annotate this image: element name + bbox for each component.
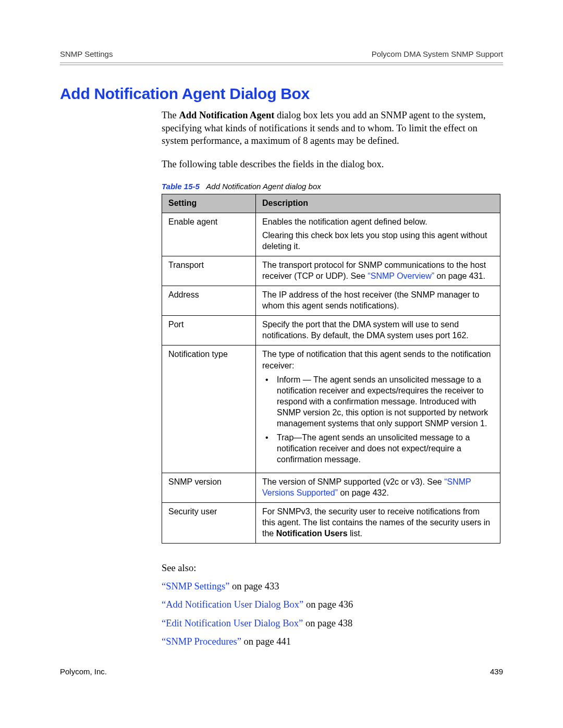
desc-line: Enables the notification agent defined b…	[262, 216, 494, 227]
cell-setting: Notification type	[162, 346, 256, 473]
cell-setting: Transport	[162, 256, 256, 286]
cell-description: Specify the port that the DMA system wil…	[256, 316, 500, 346]
th-setting: Setting	[162, 194, 256, 213]
cell-description: The version of SNMP supported (v2c or v3…	[256, 473, 500, 502]
see-also-rest: on page 436	[303, 599, 353, 610]
section-title: Add Notification Agent Dialog Box	[60, 85, 503, 103]
running-header: SNMP Settings Polycom DMA System SNMP Su…	[60, 50, 503, 58]
see-also-rest: on page 438	[303, 618, 352, 628]
cell-setting: Port	[162, 316, 256, 346]
see-also-label: See also:	[162, 559, 503, 577]
settings-table: Setting Description Enable agent Enables…	[162, 194, 500, 544]
cell-description: For SNMPv3, the security user to receive…	[256, 502, 500, 543]
table-row: Address The IP address of the host recei…	[162, 286, 500, 316]
header-right: Polycom DMA System SNMP Support	[372, 50, 503, 58]
list-item: Trap—The agent sends an unsolicited mess…	[262, 432, 494, 465]
intro-paragraph-1: The Add Notification Agent dialog box le…	[162, 109, 503, 147]
see-also-item: “SNMP Settings” on page 433	[162, 577, 503, 596]
cell-setting: Address	[162, 286, 256, 316]
cell-setting: Security user	[162, 502, 256, 543]
see-also-item: “Add Notification User Dialog Box” on pa…	[162, 596, 503, 614]
footer-left: Polycom, Inc.	[60, 667, 107, 676]
intro-p1a: The	[162, 110, 179, 120]
page-footer: Polycom, Inc. 439	[60, 667, 503, 676]
see-also-block: See also: “SNMP Settings” on page 433 “A…	[162, 559, 503, 651]
cell-description: The type of notification that this agent…	[256, 346, 500, 473]
desc-bold: Notification Users	[276, 529, 348, 538]
table-header-row: Setting Description	[162, 194, 500, 213]
desc-lead: The type of notification that this agent…	[262, 349, 494, 371]
link-add-notification-user-dialog[interactable]: “Add Notification User Dialog Box”	[162, 599, 303, 610]
see-also-rest: on page 441	[241, 636, 291, 647]
see-also-item: “SNMP Procedures” on page 441	[162, 633, 503, 651]
desc-line: Clearing this check box lets you stop us…	[262, 230, 494, 252]
intro-block: The Add Notification Agent dialog box le…	[162, 109, 503, 170]
cell-setting: SNMP version	[162, 473, 256, 502]
page: SNMP Settings Polycom DMA System SNMP Su…	[0, 0, 563, 728]
header-left: SNMP Settings	[60, 50, 113, 58]
link-edit-notification-user-dialog[interactable]: “Edit Notification User Dialog Box”	[162, 618, 303, 628]
table-row: Transport The transport protocol for SNM…	[162, 256, 500, 286]
bullet-list: Inform — The agent sends an unsolicited …	[262, 374, 494, 465]
header-rule	[60, 63, 503, 65]
cell-description: The IP address of the host receiver (the…	[256, 286, 500, 316]
link-snmp-overview[interactable]: “SNMP Overview”	[368, 272, 434, 280]
footer-page-number: 439	[490, 667, 503, 676]
see-also-item: “Edit Notification User Dialog Box” on p…	[162, 614, 503, 633]
link-snmp-settings[interactable]: “SNMP Settings”	[162, 581, 229, 591]
table-row: SNMP version The version of SNMP support…	[162, 473, 500, 502]
table-row: Notification type The type of notificati…	[162, 346, 500, 473]
table-row: Security user For SNMPv3, the security u…	[162, 502, 500, 543]
table-caption: Table 15-5 Add Notification Agent dialog…	[162, 182, 503, 191]
cell-setting: Enable agent	[162, 213, 256, 256]
see-also-rest: on page 433	[229, 581, 279, 591]
intro-paragraph-2: The following table describes the fields…	[162, 158, 503, 171]
th-description: Description	[256, 194, 500, 213]
desc-text: on page 432.	[338, 488, 389, 497]
intro-p1-bold: Add Notification Agent	[179, 110, 274, 120]
table-caption-text: Add Notification Agent dialog box	[206, 182, 321, 191]
list-item: Inform — The agent sends an unsolicited …	[262, 374, 494, 429]
cell-description: Enables the notification agent defined b…	[256, 213, 500, 256]
table-row: Port Specify the port that the DMA syste…	[162, 316, 500, 346]
desc-text: The version of SNMP supported (v2c or v3…	[262, 477, 444, 486]
table-caption-label: Table 15-5	[162, 182, 200, 191]
desc-text: on page 431.	[434, 272, 485, 280]
link-snmp-procedures[interactable]: “SNMP Procedures”	[162, 636, 241, 647]
desc-text: list.	[348, 529, 362, 538]
table-row: Enable agent Enables the notification ag…	[162, 213, 500, 256]
cell-description: The transport protocol for SNMP communic…	[256, 256, 500, 286]
